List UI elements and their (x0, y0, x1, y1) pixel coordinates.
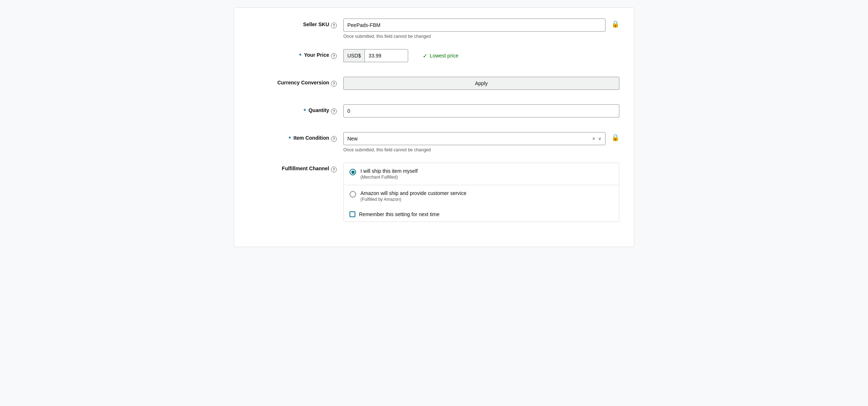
apply-button[interactable]: Apply (343, 77, 619, 90)
seller-sku-lock-icon: 🔒 (611, 20, 619, 28)
remember-label: Remember this setting for next time (359, 211, 439, 217)
select-actions: × ∨ (592, 136, 601, 142)
quantity-row: * Quantity ? (249, 104, 619, 122)
fulfillment-option-merchant[interactable]: I will ship this item myself (Merchant F… (344, 163, 619, 185)
fulfillment-merchant-sub: (Merchant Fulfilled) (360, 175, 418, 180)
seller-sku-control: 🔒 Once submitted, this field cannot be c… (343, 19, 619, 39)
select-chevron-icon[interactable]: ∨ (598, 136, 601, 141)
seller-sku-row: Seller SKU ? 🔒 Once submitted, this fiel… (249, 19, 619, 39)
quantity-help-icon[interactable]: ? (331, 108, 337, 114)
your-price-control: USD$ ✓ Lowest price (343, 49, 619, 62)
select-clear-icon[interactable]: × (592, 136, 595, 142)
item-condition-label: * Item Condition ? (249, 132, 343, 143)
currency-conversion-label: Currency Conversion ? (249, 77, 343, 87)
currency-prefix: USD$ (343, 49, 364, 62)
fulfillment-amazon-main: Amazon will ship and provide customer se… (360, 190, 466, 196)
item-condition-required-star: * (289, 135, 291, 143)
currency-conversion-help-icon[interactable]: ? (331, 81, 337, 87)
your-price-help-icon[interactable]: ? (331, 53, 337, 59)
fulfillment-merchant-main: I will ship this item myself (360, 168, 418, 174)
item-condition-row: * Item Condition ? New × ∨ 🔒 Once submit… (249, 132, 619, 152)
fulfillment-channel-label-text: Fulfillment Channel (282, 166, 329, 171)
seller-sku-input[interactable] (343, 19, 605, 32)
currency-conversion-control: Apply (343, 77, 619, 90)
price-input[interactable] (364, 49, 408, 62)
fulfillment-options-box: I will ship this item myself (Merchant F… (343, 163, 619, 222)
lowest-price-badge: ✓ Lowest price (423, 52, 458, 59)
your-price-label: * Your Price ? (249, 49, 343, 60)
currency-conversion-row: Currency Conversion ? Apply (249, 77, 619, 94)
condition-select[interactable]: New × ∨ (343, 132, 605, 145)
your-price-input-row: USD$ ✓ Lowest price (343, 49, 619, 62)
item-condition-lock-icon: 🔒 (611, 134, 619, 142)
fulfillment-channel-row: Fulfillment Channel ? I will ship this i… (249, 163, 619, 222)
checkmark-icon: ✓ (423, 52, 427, 59)
seller-sku-hint: Once submitted, this field cannot be cha… (343, 34, 619, 39)
quantity-label: * Quantity ? (249, 104, 343, 115)
item-condition-input-row: New × ∨ 🔒 (343, 132, 619, 145)
fulfillment-channel-control: I will ship this item myself (Merchant F… (343, 163, 619, 222)
seller-sku-help-icon[interactable]: ? (331, 23, 337, 28)
fulfillment-option-amazon[interactable]: Amazon will ship and provide customer se… (344, 185, 619, 207)
item-condition-hint: Once submitted, this field cannot be cha… (343, 147, 619, 152)
item-condition-help-icon[interactable]: ? (331, 136, 337, 142)
quantity-label-text: Quantity (308, 107, 329, 113)
item-condition-label-text: Item Condition (293, 135, 329, 141)
lowest-price-label: Lowest price (430, 53, 458, 59)
fulfillment-channel-label: Fulfillment Channel ? (249, 163, 343, 172)
fulfillment-merchant-text: I will ship this item myself (Merchant F… (360, 168, 418, 180)
item-condition-control: New × ∨ 🔒 Once submitted, this field can… (343, 132, 619, 152)
seller-sku-label-text: Seller SKU (303, 21, 329, 27)
quantity-required-star: * (304, 107, 306, 115)
quantity-input[interactable] (343, 104, 619, 118)
form-container: Seller SKU ? 🔒 Once submitted, this fiel… (234, 7, 634, 247)
seller-sku-label: Seller SKU ? (249, 19, 343, 28)
currency-conversion-label-text: Currency Conversion (277, 80, 329, 85)
price-input-group: USD$ (343, 49, 408, 62)
quantity-control (343, 104, 619, 118)
your-price-label-text: Your Price (304, 52, 329, 58)
fulfillment-amazon-text: Amazon will ship and provide customer se… (360, 190, 466, 202)
remember-setting-row: Remember this setting for next time (344, 207, 619, 222)
your-price-row: * Your Price ? USD$ ✓ Lowest price (249, 49, 619, 67)
remember-checkbox[interactable] (350, 211, 355, 217)
seller-sku-input-row: 🔒 (343, 19, 619, 32)
condition-value: New (347, 136, 358, 142)
fulfillment-channel-help-icon[interactable]: ? (331, 167, 337, 172)
fulfillment-radio-merchant[interactable] (350, 169, 356, 175)
fulfillment-amazon-sub: (Fulfilled by Amazon) (360, 197, 466, 202)
fulfillment-radio-amazon[interactable] (350, 191, 356, 198)
your-price-required-star: * (299, 52, 301, 60)
